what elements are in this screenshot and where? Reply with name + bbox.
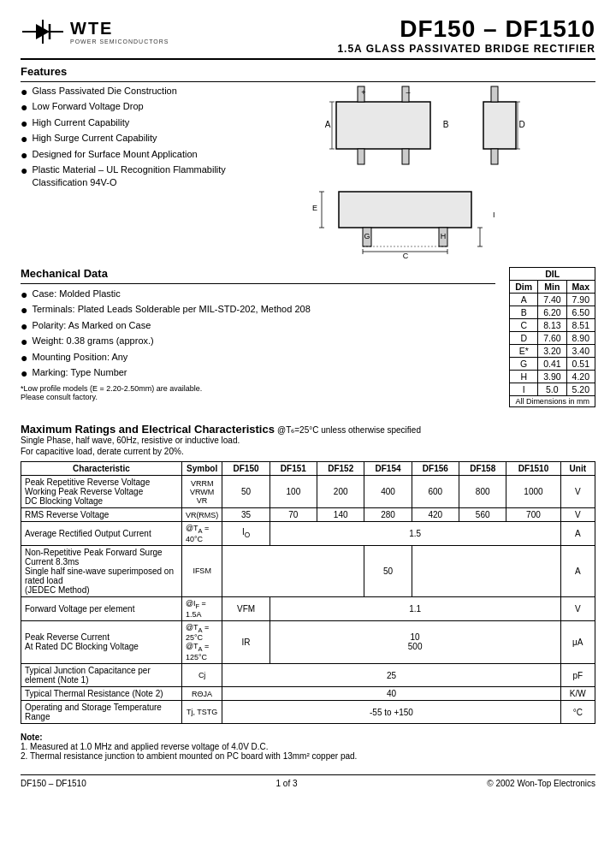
ratings-table: Characteristic Symbol DF150 DF151 DF152 …	[21, 461, 595, 724]
features-list: ●Glass Passivated Die Construction ●Low …	[21, 85, 236, 260]
table-row: Peak Reverse CurrentAt Rated DC Blocking…	[21, 620, 595, 664]
table-row: Typical Thermal Resistance (Note 2) RΘJA…	[21, 687, 595, 701]
val-cell: 70	[270, 508, 317, 522]
svg-text:D: D	[518, 120, 524, 129]
table-cell: G	[510, 358, 538, 371]
dil-table-body: A7.407.90B6.206.50C8.138.51D7.608.90E*3.…	[510, 294, 595, 396]
cond-cell: @TA = 25°C@TA = 125°C	[181, 620, 222, 664]
symbol-cell: RΘJA	[181, 687, 222, 701]
logo-icon	[21, 15, 65, 48]
val-cell: 50	[364, 545, 412, 596]
svg-text:C: C	[403, 252, 409, 260]
table-cell: 7.40	[538, 294, 566, 306]
dimension-diagram: C E G H I	[305, 183, 536, 260]
svg-rect-18	[491, 86, 498, 102]
features-section: Features ●Glass Passivated Die Construct…	[21, 65, 595, 260]
footer-left: DF150 – DF1510	[21, 779, 86, 788]
logo-area: WTE POWER SEMICONDUCTORS	[21, 15, 169, 48]
sub-note2: For capacitive load, derate current by 2…	[21, 447, 595, 456]
logo-wte-label: WTE	[70, 19, 113, 39]
list-item: ●High Surge Current Capability	[21, 132, 236, 145]
dil-table: DIL Dim Min Max A7.407.90B6.206.50C8.138…	[509, 267, 595, 407]
features-content: ●Glass Passivated Die Construction ●Low …	[21, 85, 595, 260]
symbol-cell: VR(RMS)	[181, 508, 222, 522]
table-row: C8.138.51	[510, 319, 595, 332]
footer-right: © 2002 Won-Top Electronics	[487, 779, 595, 788]
table-cell: 4.20	[566, 371, 595, 383]
col-df1510: DF1510	[506, 462, 560, 476]
table-cell: I	[510, 383, 538, 396]
val-cell: 600	[412, 476, 459, 508]
char-cell: Typical Junction Capacitance per element…	[21, 664, 182, 687]
table-row: Typical Junction Capacitance per element…	[21, 664, 595, 687]
table-row: B6.206.50	[510, 306, 595, 319]
list-item: ●Glass Passivated Die Construction	[21, 85, 236, 98]
table-row: Forward Voltage per element @IF = 1.5A V…	[21, 596, 595, 620]
mech-title: Mechanical Data	[21, 267, 495, 280]
svg-rect-5	[358, 149, 364, 164]
table-row: D7.608.90	[510, 332, 595, 345]
notes-section: Note: 1. Measured at 1.0 MHz and applied…	[21, 733, 595, 761]
features-divider	[21, 81, 595, 82]
dil-col-max: Max	[566, 281, 595, 294]
unit-cell: V	[560, 596, 595, 620]
table-row: Peak Repetitive Reverse VoltageWorking P…	[21, 476, 595, 508]
char-cell: Average Rectified Output Current	[21, 522, 182, 546]
table-cell: 6.20	[538, 306, 566, 319]
val-cell: 420	[412, 508, 459, 522]
val-cell: 25	[222, 664, 560, 687]
dil-table-container: DIL Dim Min Max A7.407.90B6.206.50C8.138…	[509, 267, 595, 407]
table-cell: C	[510, 319, 538, 332]
list-item: ●Mounting Position: Any	[21, 351, 495, 364]
table-cell: B	[510, 306, 538, 319]
val-cell: 10500	[270, 620, 560, 664]
svg-text:E: E	[312, 204, 317, 212]
unit-cell: K/W	[560, 687, 595, 701]
table-row: Non-Repetitive Peak Forward Surge Curren…	[21, 545, 595, 596]
val-cell	[412, 545, 560, 596]
table-cell: H	[510, 371, 538, 383]
list-item: ●Weight: 0.38 grams (approx.)	[21, 335, 495, 347]
val-cell: 100	[270, 476, 317, 508]
svg-text:–: –	[406, 88, 410, 97]
val-cell: 400	[364, 476, 412, 508]
mech-dil-section: Mechanical Data ●Case: Molded Plastic ●T…	[21, 267, 595, 407]
svg-text:H: H	[441, 232, 447, 240]
char-cell: Peak Repetitive Reverse VoltageWorking P…	[21, 476, 182, 508]
page-header: WTE POWER SEMICONDUCTORS DF150 – DF1510 …	[21, 15, 595, 55]
table-row: Operating and Storage Temperature Range …	[21, 701, 595, 724]
char-cell: RMS Reverse Voltage	[21, 508, 182, 522]
col-unit: Unit	[560, 462, 595, 476]
svg-text:B: B	[442, 120, 448, 129]
table-cell: 3.40	[566, 345, 595, 358]
table-cell: 3.90	[538, 371, 566, 383]
side-diagram: D	[471, 85, 530, 175]
dil-col-min: Min	[538, 281, 566, 294]
part-subtitle: 1.5A GLASS PASSIVATED BRIDGE RECTIFIER	[337, 43, 595, 55]
table-cell: E*	[510, 345, 538, 358]
table-row: RMS Reverse Voltage VR(RMS) 35 70 140 28…	[21, 508, 595, 522]
table-cell: 5.0	[538, 383, 566, 396]
unit-cell: V	[560, 508, 595, 522]
svg-rect-4	[336, 102, 430, 149]
list-item: ●Designed for Surface Mount Application	[21, 148, 236, 161]
symbol-cell: Cj	[181, 664, 222, 687]
part-number-block: DF150 – DF1510 1.5A GLASS PASSIVATED BRI…	[337, 15, 595, 55]
mech-note1: *Low profile models (E = 2.20-2.50mm) ar…	[21, 384, 495, 393]
table-cell: 0.51	[566, 358, 595, 371]
table-cell: 3.20	[538, 345, 566, 358]
table-row: E*3.203.40	[510, 345, 595, 358]
val-cell: 1000	[506, 476, 560, 508]
val-cell	[222, 545, 364, 596]
svg-rect-16	[483, 102, 516, 149]
max-ratings-title-row: Maximum Ratings and Electrical Character…	[21, 423, 595, 436]
table-cell: 8.51	[566, 319, 595, 332]
dil-footer: All Dimensions in mm	[510, 396, 595, 407]
features-title: Features	[21, 65, 595, 78]
symbol-cell: IO	[222, 522, 270, 546]
svg-text:A: A	[324, 120, 330, 129]
page-footer: DF150 – DF1510 1 of 3 © 2002 Won-Top Ele…	[21, 774, 595, 788]
char-cell: Forward Voltage per element	[21, 596, 182, 620]
val-cell: -55 to +150	[222, 701, 560, 724]
col-characteristic: Characteristic	[21, 462, 182, 476]
